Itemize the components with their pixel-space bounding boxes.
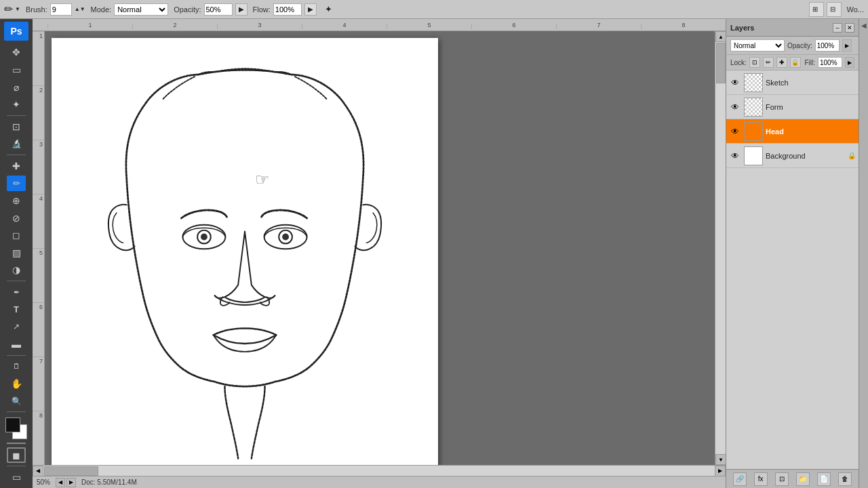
layer-visibility-sketch[interactable]: 👁 xyxy=(729,77,741,89)
mode-select[interactable]: Normal Dissolve Multiply Screen Overlay xyxy=(114,3,168,16)
horizontal-scrollbar[interactable]: ◀ ▶ xyxy=(33,465,726,476)
vertical-scrollbar[interactable]: ▲ ▼ xyxy=(715,31,726,465)
opacity-arrow-btn[interactable]: ▶ xyxy=(842,39,852,52)
ruler-v-4: 4 xyxy=(33,194,44,248)
hand-tool[interactable]: ✋ xyxy=(7,375,26,392)
layers-panel-title: Layers xyxy=(730,24,830,32)
lasso-tool[interactable]: ⌀ xyxy=(7,79,26,96)
notes-tool[interactable]: 🗒 xyxy=(7,359,26,375)
layer-thumb-sketch xyxy=(744,73,763,92)
brush-label: Brush: xyxy=(26,5,47,14)
ruler-top: 1 2 3 4 5 6 7 8 xyxy=(33,19,726,31)
brush-size-input[interactable] xyxy=(50,3,72,16)
airbrush-btn[interactable]: ✦ xyxy=(325,4,332,14)
pen-tool[interactable]: ✒ xyxy=(7,284,26,300)
layers-panel-collapse-btn[interactable]: – xyxy=(833,23,842,33)
ruler-mark-7: 7 xyxy=(556,24,641,29)
collapse-panels-btn[interactable]: ◀ xyxy=(861,22,867,29)
fill-value-input[interactable] xyxy=(818,57,842,68)
tool-divider-1 xyxy=(7,115,26,116)
scroll-down-btn[interactable]: ▼ xyxy=(715,454,726,465)
eraser-tool[interactable]: ◻ xyxy=(7,227,26,243)
canvas-document[interactable]: ☞ xyxy=(52,38,438,465)
clone-tool[interactable]: ⊕ xyxy=(7,192,26,209)
layer-visibility-head[interactable]: 👁 xyxy=(729,125,741,138)
lock-image-btn[interactable]: ✏ xyxy=(763,57,774,68)
add-mask-btn[interactable]: ⊡ xyxy=(775,472,789,486)
scroll-up-btn[interactable]: ▲ xyxy=(715,31,726,42)
crop-tool[interactable]: ⊡ xyxy=(7,119,26,135)
scroll-thumb-h[interactable] xyxy=(44,466,98,476)
zoom-tool[interactable]: 🔍 xyxy=(7,393,26,409)
ruler-mark-1: 1 xyxy=(47,24,132,29)
layer-item-head[interactable]: 👁 Head xyxy=(726,119,859,144)
layers-panel-close-btn[interactable]: ✕ xyxy=(845,23,854,33)
marquee-tool[interactable]: ▭ xyxy=(7,62,26,78)
healing-tool[interactable]: ✚ xyxy=(7,158,26,174)
new-layer-btn[interactable]: 📄 xyxy=(817,472,831,486)
layer-visibility-form[interactable]: 👁 xyxy=(729,101,741,113)
opacity-arrow[interactable]: ▶ xyxy=(235,3,248,16)
layer-item-form[interactable]: 👁 Form xyxy=(726,95,859,119)
opacity-control: Opacity: ▶ xyxy=(174,3,247,16)
history-tool[interactable]: ⊘ xyxy=(7,210,26,226)
ruler-mark-2: 2 xyxy=(132,24,217,29)
blend-mode-select[interactable]: Normal Dissolve Multiply Screen xyxy=(730,39,785,52)
eyedropper-tool[interactable]: 🔬 xyxy=(7,136,26,152)
ruler-mark-5: 5 xyxy=(387,24,471,29)
type-tool[interactable]: T xyxy=(7,302,26,318)
wand-tool[interactable]: ✦ xyxy=(7,96,26,113)
workspace-icon1[interactable]: ⊞ xyxy=(809,2,824,17)
link-layers-btn[interactable]: 🔗 xyxy=(733,472,747,486)
layer-item-background[interactable]: 👁 Background 🔒 xyxy=(726,144,859,168)
layers-panel-header: Layers – ✕ xyxy=(726,19,859,37)
scroll-track-v xyxy=(715,42,726,454)
nav-arrows: ◀ ▶ xyxy=(56,478,76,487)
canvas-area: 1 2 3 4 5 6 7 8 1 2 3 4 5 6 7 8 xyxy=(33,19,726,488)
status-bar: 50% ◀ ▶ Doc: 5.50M/11.4M xyxy=(33,476,726,488)
add-style-btn[interactable]: fx xyxy=(754,472,768,486)
brush-dropdown-arrow[interactable]: ▼ xyxy=(15,6,20,12)
shape-tool[interactable]: ▬ xyxy=(7,336,26,352)
flow-input[interactable] xyxy=(273,3,302,16)
brush-tool-indicator: ✏ ▼ xyxy=(4,3,20,16)
new-group-btn[interactable]: 📁 xyxy=(796,472,810,486)
delete-layer-btn[interactable]: 🗑 xyxy=(838,472,852,486)
scroll-right-btn[interactable]: ▶ xyxy=(715,466,726,476)
lock-position-btn[interactable]: ✚ xyxy=(776,57,787,68)
workspace-icon2[interactable]: ⊟ xyxy=(827,2,842,17)
canvas-wrapper: 1 2 3 4 5 6 7 8 xyxy=(33,31,726,465)
tool-divider-6 xyxy=(7,443,26,444)
dodge-tool[interactable]: ◑ xyxy=(7,262,26,279)
layer-name-form: Form xyxy=(766,103,856,111)
layers-lock-controls: Lock: ⊡ ✏ ✚ 🔒 Fill: ▶ xyxy=(726,55,859,70)
foreground-color-swatch[interactable] xyxy=(5,418,20,432)
workspace-controls: ⊞ ⊟ Wo... xyxy=(809,2,864,17)
nav-left-btn[interactable]: ◀ xyxy=(56,478,65,487)
brush-icon: ✏ xyxy=(4,3,13,16)
opacity-input[interactable] xyxy=(204,3,233,16)
scroll-thumb-v[interactable] xyxy=(716,43,726,83)
layer-item-sketch[interactable]: 👁 Sketch xyxy=(726,70,859,95)
brush-tool[interactable]: ✏ xyxy=(7,176,26,192)
top-toolbar: ✏ ▼ Brush: ▲▼ Mode: Normal Dissolve Mult… xyxy=(0,0,868,19)
lock-transparency-btn[interactable]: ⊡ xyxy=(749,57,760,68)
quick-mask-btn[interactable]: ◼ xyxy=(7,447,26,464)
scroll-left-btn[interactable]: ◀ xyxy=(33,466,43,476)
fill-arrow-btn[interactable]: ▶ xyxy=(845,57,854,68)
layer-lock-icon-background: 🔒 xyxy=(848,152,856,159)
move-tool[interactable]: ✥ xyxy=(7,45,26,61)
opacity-value-input[interactable] xyxy=(815,39,840,52)
canvas-scroll[interactable]: ☞ xyxy=(45,31,715,465)
layer-visibility-background[interactable]: 👁 xyxy=(729,150,741,162)
gradient-tool[interactable]: ▨ xyxy=(7,245,26,261)
opacity-label: Opacity: xyxy=(787,42,812,49)
mode-label: Mode: xyxy=(91,5,112,14)
nav-right-btn[interactable]: ▶ xyxy=(66,478,76,487)
ruler-left: 1 2 3 4 5 6 7 8 xyxy=(33,31,45,465)
lock-all-btn[interactable]: 🔒 xyxy=(790,57,801,68)
screen-mode-btn[interactable]: ▭ xyxy=(7,469,26,485)
brush-size-stepper[interactable]: ▲▼ xyxy=(75,6,85,12)
flow-arrow[interactable]: ▶ xyxy=(304,3,317,16)
path-tool[interactable]: ↗ xyxy=(7,319,26,335)
